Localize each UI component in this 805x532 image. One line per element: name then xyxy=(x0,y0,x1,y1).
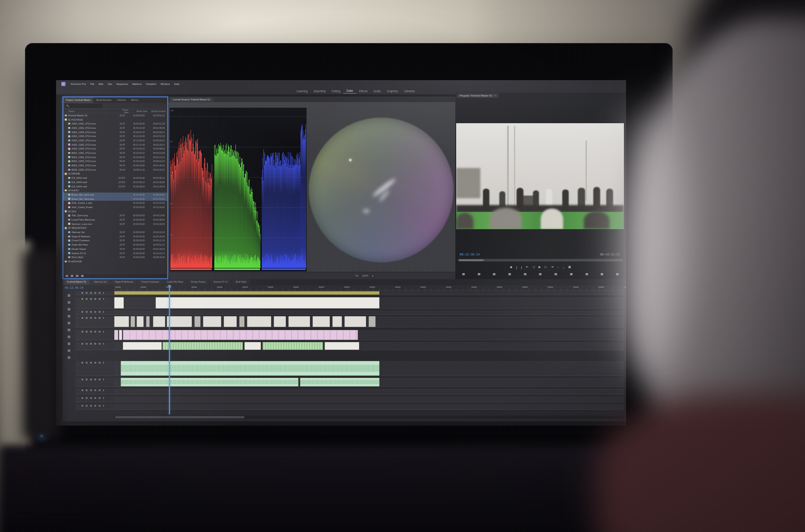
program-toolbar-button[interactable] xyxy=(478,273,480,275)
menu-item[interactable]: Edit xyxy=(99,83,103,85)
menu-item[interactable]: Premiere Pro xyxy=(71,83,86,85)
new-bin-icon[interactable] xyxy=(76,275,78,277)
timeline-clip[interactable] xyxy=(332,316,342,327)
trash-icon[interactable] xyxy=(81,275,84,277)
program-toolbar-button[interactable] xyxy=(554,273,557,275)
timeline-tool-icon[interactable] xyxy=(68,342,70,345)
list-item[interactable]: A001_C002_0712.mov29.9700:04:12;1800:02:… xyxy=(63,126,167,130)
go-to-in-icon[interactable]: ⇤ xyxy=(526,265,529,269)
list-item[interactable]: 02 DRONE xyxy=(63,172,167,176)
list-item[interactable]: B001_C003_0712.mov59.9400:30:20;0600:06:… xyxy=(63,159,167,164)
timeline-tool-icon[interactable] xyxy=(68,301,70,304)
program-toolbar-button[interactable] xyxy=(508,273,511,275)
workspace-tab-assembly[interactable]: Assembly xyxy=(310,89,329,93)
track-header-V2b[interactable] xyxy=(75,310,114,315)
timeline-clip[interactable] xyxy=(313,316,330,327)
timeline-clip[interactable] xyxy=(121,378,298,386)
timeline-clip[interactable] xyxy=(274,316,286,327)
timeline-clip[interactable] xyxy=(247,316,271,327)
track-lane-V3[interactable] xyxy=(114,297,624,309)
timeline-tool-icon[interactable] xyxy=(68,356,70,359)
track-toggle-buttons[interactable] xyxy=(81,389,104,391)
list-item[interactable]: 03 AUDIO xyxy=(63,188,167,193)
track-lane-A3[interactable] xyxy=(114,389,624,395)
project-clip-list[interactable]: Festival Master 0129.9700:58:00;0000:42:… xyxy=(63,113,167,273)
workspace-tab-learning[interactable]: Learning xyxy=(294,89,310,93)
sequence-tab[interactable]: Broll Night xyxy=(232,279,250,285)
track-toggle-buttons[interactable] xyxy=(81,397,104,399)
list-view-icon[interactable] xyxy=(66,275,68,277)
timeline-clip[interactable] xyxy=(153,316,165,327)
sequence-tab[interactable]: Selects 07-12 xyxy=(210,279,232,285)
timeline-clip[interactable] xyxy=(114,316,129,327)
list-item[interactable]: B002_C001_0712.mov59.9400:36:23;0000:01:… xyxy=(63,163,167,168)
list-item[interactable]: Amb_Crowd_L.wav00:00:00;0000:21:04;00 xyxy=(63,201,167,205)
track-lane-V2b[interactable] xyxy=(114,310,624,315)
menu-item[interactable]: File xyxy=(90,83,94,85)
track-lane-A4[interactable] xyxy=(114,396,624,402)
playhead[interactable] xyxy=(169,285,170,414)
track-lane-V0[interactable] xyxy=(114,342,624,350)
scopes-panel-tab[interactable]: Lumetri Scopes: Festival Master 01 xyxy=(170,97,213,102)
list-item[interactable]: Recap Teaser29.9700:58:00;0000:01:30;00 xyxy=(63,247,167,251)
program-toolbar-button[interactable] xyxy=(539,273,542,275)
program-toolbar-button[interactable] xyxy=(601,273,603,275)
panel-tab[interactable]: Effects xyxy=(128,97,141,103)
panel-tab[interactable]: Media Browser xyxy=(93,97,114,103)
scrub-thumb[interactable] xyxy=(459,259,484,261)
play-icon[interactable]: ▶ xyxy=(539,265,541,269)
timeline-clip[interactable] xyxy=(263,342,323,350)
workspace-tab-libraries[interactable]: Libraries xyxy=(401,89,418,93)
list-item[interactable]: A001_C003_0712.mov29.9700:06:57;2400:03:… xyxy=(63,130,167,134)
list-item[interactable]: LowerThird_Band.png29.9700:00:00;0000:00… xyxy=(63,218,167,222)
column-header[interactable]: Media Duration xyxy=(147,110,167,112)
menu-item[interactable]: Markers xyxy=(132,83,142,85)
menu-item[interactable]: Help xyxy=(174,83,179,85)
list-item[interactable]: A001_C004_0712.mov29.9700:10:16;0600:01:… xyxy=(63,134,167,138)
timeline-tool-icon[interactable] xyxy=(68,336,70,338)
timeline-clip[interactable] xyxy=(114,330,118,340)
timeline-clip[interactable] xyxy=(167,316,192,327)
timeline-clip[interactable] xyxy=(239,316,244,327)
timeline-scrollbar[interactable] xyxy=(114,416,624,419)
track-toggle-buttons[interactable] xyxy=(81,331,104,333)
timeline-clip[interactable] xyxy=(137,316,144,327)
list-item[interactable]: 06 ARCHIVE xyxy=(63,259,167,264)
list-item[interactable]: Selects 07-1229.9700:58:00;0000:12:02;14 xyxy=(63,251,167,255)
mark-in-icon[interactable]: { xyxy=(516,266,517,269)
program-panel-tab[interactable]: Program: Festival Master 01 × xyxy=(457,93,498,98)
timeline-clip[interactable] xyxy=(119,330,122,340)
track-header-A5[interactable] xyxy=(75,404,114,410)
timeline-clip[interactable] xyxy=(156,297,379,308)
timeline-tool-icon[interactable] xyxy=(68,315,70,317)
program-scrub-bar[interactable] xyxy=(458,259,623,261)
list-item[interactable]: Broll_Night29.9700:58:00;0000:08:44;06 xyxy=(63,255,167,259)
timeline-tool-icon[interactable] xyxy=(68,308,70,311)
vectorscope-color-wheel[interactable] xyxy=(309,118,454,262)
scrollbar-thumb[interactable] xyxy=(115,416,244,418)
scopes-settings-icon[interactable]: ≡ xyxy=(372,274,373,277)
sequence-tab[interactable]: Audio Mix Pass xyxy=(163,279,187,285)
sequence-tab[interactable]: Recap Teaser xyxy=(188,279,209,285)
timeline-clip[interactable] xyxy=(345,316,366,327)
step-back-icon[interactable]: ◁ xyxy=(532,265,535,269)
extract-icon[interactable]: ↓ xyxy=(563,266,564,269)
workspace-tab-color[interactable]: Color xyxy=(343,88,356,93)
timeline-ruler[interactable] xyxy=(114,285,624,291)
timeline-clip[interactable] xyxy=(121,361,379,376)
track-header-V2[interactable] xyxy=(75,316,114,327)
track-lane-A2[interactable] xyxy=(114,378,624,387)
list-item[interactable]: DJI_0043.mp423.97600:02:58;1200:03:40;08 xyxy=(63,180,167,184)
timeline-clip[interactable] xyxy=(123,330,358,340)
track-header-A2[interactable] xyxy=(75,378,114,387)
timeline-clip[interactable] xyxy=(131,316,135,327)
program-toolbar-button[interactable] xyxy=(586,273,588,275)
list-item[interactable]: B001_C002_0712.mov59.9400:28:05;2000:02:… xyxy=(63,155,167,159)
menu-item[interactable]: Sequence xyxy=(116,83,128,85)
close-icon[interactable]: × xyxy=(494,94,496,97)
track-header-V3[interactable] xyxy=(75,297,114,309)
list-item[interactable]: Warmup Set29.9700:58:00;0000:18:22;10 xyxy=(63,230,167,234)
icon-view-icon[interactable] xyxy=(71,275,73,277)
column-header[interactable]: Frame Rate xyxy=(117,109,128,114)
list-item[interactable]: DJI_0042.mp423.97600:00:00;0000:02:58;12 xyxy=(63,176,167,180)
